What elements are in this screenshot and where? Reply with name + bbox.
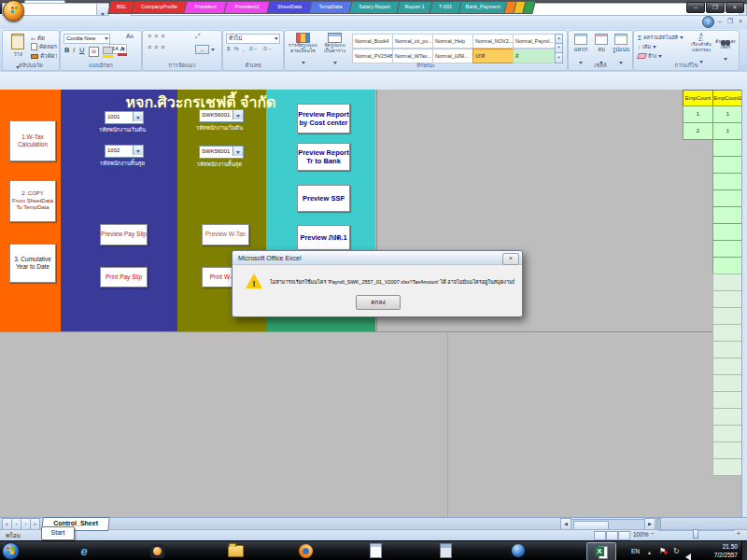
grow-font-icon[interactable]: AA bbox=[126, 33, 134, 39]
sheet-tab[interactable]: Provident bbox=[183, 1, 227, 14]
fill-button[interactable]: ↓ เติม bbox=[638, 43, 656, 50]
empcount2-faint-cell[interactable] bbox=[712, 391, 743, 409]
empcount2-cell[interactable]: 1 bbox=[712, 122, 743, 140]
emp-start-dropdown-olive[interactable]: SWK56001 bbox=[199, 109, 244, 122]
dialog-close-button[interactable]: × bbox=[502, 253, 519, 265]
empcount2-faint-cell[interactable] bbox=[712, 425, 743, 442]
style-cell[interactable]: Normal_Help bbox=[432, 34, 475, 49]
empcount2-cell[interactable]: 1 bbox=[712, 105, 743, 123]
firefox-icon[interactable] bbox=[296, 542, 315, 559]
font-name-combo[interactable]: Cordia New bbox=[63, 34, 110, 44]
tray-expand-icon[interactable]: ▲ bbox=[647, 550, 652, 555]
dropdown-arrow-icon[interactable] bbox=[233, 147, 243, 156]
sheet-tab[interactable]: CompanyProfile bbox=[131, 1, 187, 14]
zoom-slider-thumb[interactable] bbox=[693, 529, 698, 539]
preview-report-bank-button[interactable]: Preview Report Tr to Bank bbox=[297, 143, 350, 171]
language-indicator[interactable]: EN bbox=[631, 548, 640, 554]
cut-button[interactable]: ✂ ตัด bbox=[31, 35, 45, 42]
cumulative-ytd-button[interactable]: 3. Cumulative Year to Date bbox=[9, 244, 56, 283]
font-color-icon[interactable]: A bbox=[118, 45, 127, 56]
close-button[interactable]: × bbox=[726, 2, 744, 13]
copy-sheetdata-button[interactable]: 2. COPY From SheetData To TempData bbox=[9, 180, 56, 222]
preview-ssf-button[interactable]: Preview SSF bbox=[297, 185, 350, 212]
dropdown-arrow-icon[interactable] bbox=[133, 112, 143, 121]
currency-icon[interactable]: $ bbox=[227, 46, 230, 52]
notepad-icon[interactable] bbox=[366, 542, 385, 559]
merge-center-icon[interactable]: ↔ bbox=[195, 45, 209, 54]
border-icon[interactable]: ⊞ bbox=[89, 47, 99, 57]
empcount-cell[interactable]: 2 bbox=[683, 122, 713, 140]
sync-icon[interactable]: ↻ bbox=[673, 547, 680, 555]
action-center-flag-icon[interactable]: ⚑ bbox=[659, 547, 666, 555]
zoom-in-icon[interactable]: + bbox=[737, 530, 740, 537]
ie-icon[interactable]: e bbox=[75, 542, 93, 559]
preview-report-costcenter-button[interactable]: Preview Report by Cost center bbox=[297, 104, 350, 133]
empcount2-empty-cell[interactable] bbox=[712, 156, 743, 174]
decrease-decimal-icon[interactable]: .0→ bbox=[262, 46, 273, 52]
number-format-combo[interactable]: ทั่วไป bbox=[226, 34, 280, 44]
preview-pnd1-button[interactable]: Preview ภงด.1 bbox=[297, 225, 350, 250]
office-button[interactable] bbox=[3, 0, 24, 21]
dropdown-arrow-icon[interactable] bbox=[133, 146, 143, 155]
excel-taskbar-icon[interactable]: X bbox=[586, 542, 616, 560]
page-break-view-icon[interactable] bbox=[618, 531, 630, 540]
bold-icon[interactable]: B bbox=[64, 46, 69, 54]
style-cell[interactable]: Normal_cit_pv... bbox=[392, 34, 435, 49]
vertical-align-icons[interactable]: ≡≡≡ bbox=[148, 33, 167, 39]
vertical-scrollbar[interactable] bbox=[741, 90, 747, 517]
style-cell[interactable]: Normal_Payrol... bbox=[513, 34, 556, 49]
volume-icon[interactable] bbox=[685, 548, 691, 560]
wtax-calculation-button[interactable]: 1.W-Tax Calculation bbox=[9, 120, 56, 161]
percent-icon[interactable]: % bbox=[233, 46, 238, 52]
gallery-down-icon[interactable]: ▼ bbox=[555, 44, 563, 53]
empcount2-empty-cell[interactable] bbox=[712, 189, 743, 207]
empcount2-empty-cell[interactable] bbox=[712, 206, 743, 224]
empcount2-empty-cell[interactable] bbox=[712, 139, 743, 157]
empcount2-empty-cell[interactable] bbox=[712, 240, 743, 258]
start-button[interactable] bbox=[1, 542, 20, 559]
empcount2-empty-cell[interactable] bbox=[712, 257, 743, 274]
normal-view-icon[interactable] bbox=[594, 531, 606, 540]
explorer-folder-icon[interactable] bbox=[226, 542, 245, 559]
page-layout-view-icon[interactable] bbox=[606, 531, 618, 540]
autosum-button[interactable]: Σ ผลรวมอัตโนมัติ bbox=[638, 34, 684, 41]
underline-icon[interactable]: U bbox=[79, 46, 84, 54]
dropdown-arrow-icon[interactable] bbox=[233, 110, 243, 119]
sheet-tab[interactable]: Provident2 bbox=[223, 1, 270, 14]
emp-end-dropdown-olive[interactable]: SWK56001 bbox=[199, 146, 244, 159]
empcount2-faint-cell[interactable] bbox=[712, 290, 743, 308]
clear-button[interactable]: ล้าง bbox=[638, 52, 662, 60]
style-cell[interactable]: Normal_NOV2... bbox=[472, 34, 515, 49]
empcount2-empty-cell[interactable] bbox=[712, 223, 743, 241]
workbook-restore-button[interactable]: ❐ bbox=[726, 17, 735, 25]
empcount2-faint-cell[interactable] bbox=[712, 374, 743, 392]
workbook-minimize-button[interactable]: – bbox=[715, 17, 725, 25]
preview-wtax-button[interactable]: Preview W-Tax bbox=[202, 224, 249, 245]
empcount2-faint-cell[interactable] bbox=[712, 307, 743, 325]
workbook-close-button[interactable]: × bbox=[736, 17, 745, 25]
sheet-tab[interactable]: SheetData bbox=[266, 1, 312, 14]
orientation-icon[interactable]: ⤢ bbox=[195, 33, 201, 40]
taskbar-clock[interactable]: 21.50 7/2/2557 bbox=[698, 543, 738, 560]
format-painter-button[interactable]: ตัวคัดวางรูปแบบ bbox=[31, 52, 57, 60]
empcount2-empty-cell[interactable] bbox=[712, 173, 743, 190]
help-button[interactable]: ? bbox=[702, 16, 714, 28]
comma-icon[interactable]: , bbox=[243, 46, 245, 52]
sheet-tab[interactable]: T-001 bbox=[429, 1, 461, 14]
calculator-icon[interactable] bbox=[436, 542, 455, 559]
empcount2-faint-cell[interactable] bbox=[712, 324, 743, 342]
minimize-button[interactable]: – bbox=[686, 2, 705, 13]
preview-payslip-button[interactable]: Preview Pay Slip bbox=[100, 224, 148, 245]
show-desktop-button[interactable] bbox=[741, 541, 747, 560]
empcount2-faint-cell[interactable] bbox=[712, 273, 743, 291]
emp-end-dropdown-blue[interactable]: 1002 bbox=[105, 145, 144, 158]
horizontal-align-icons[interactable]: ≡≡≡ bbox=[148, 44, 167, 50]
zoom-out-icon[interactable]: − bbox=[651, 530, 655, 537]
empcount2-faint-cell[interactable] bbox=[712, 341, 743, 358]
restore-button[interactable]: ❐ bbox=[706, 2, 725, 13]
style-cell[interactable]: Normal_Book4 bbox=[352, 34, 395, 49]
increase-decimal-icon[interactable]: .0← bbox=[248, 46, 259, 52]
sheet-tab[interactable]: Bank_Payment bbox=[458, 1, 507, 14]
sheet-tab[interactable]: Report 1 bbox=[396, 1, 432, 14]
emp-start-dropdown-blue[interactable]: 1001 bbox=[105, 111, 144, 124]
